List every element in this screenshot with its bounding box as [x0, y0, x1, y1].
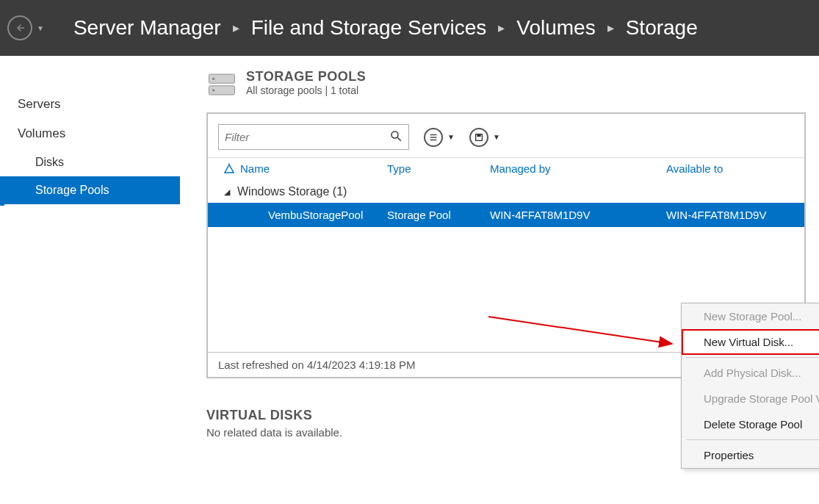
- back-button[interactable]: [7, 15, 32, 40]
- breadcrumb-item[interactable]: Storage: [626, 16, 698, 40]
- back-dropdown-icon[interactable]: ▼: [37, 24, 44, 32]
- column-name[interactable]: Name: [240, 162, 387, 175]
- svg-point-2: [212, 77, 215, 80]
- svg-point-4: [392, 132, 398, 138]
- svg-point-3: [212, 89, 215, 92]
- breadcrumb-item[interactable]: File and Storage Services: [251, 16, 487, 40]
- sidebar: Servers Volumes Disks Storage Pools: [0, 56, 180, 504]
- storage-pools-subtitle: All storage pools | 1 total: [246, 84, 366, 96]
- filter-box[interactable]: [218, 124, 409, 150]
- svg-line-5: [397, 137, 401, 141]
- ctx-properties[interactable]: Properties: [682, 442, 819, 468]
- breadcrumb: Server Manager ▸ File and Storage Servic…: [73, 16, 698, 40]
- group-label: Windows Storage (1): [237, 185, 347, 198]
- annotation-arrow: [488, 313, 679, 359]
- svg-rect-10: [477, 134, 480, 137]
- sidebar-item-volumes[interactable]: Volumes: [0, 119, 180, 148]
- chevron-down-icon[interactable]: ▼: [447, 133, 455, 141]
- warning-column-icon[interactable]: [218, 162, 240, 175]
- list-view-icon[interactable]: [424, 128, 443, 147]
- save-view-icon[interactable]: [469, 128, 488, 147]
- storage-pool-row[interactable]: VembuStoragePool Storage Pool WIN-4FFAT8…: [208, 203, 804, 227]
- column-available-to[interactable]: Available to: [666, 162, 791, 175]
- chevron-right-icon: ▸: [607, 20, 614, 36]
- breadcrumb-item[interactable]: Volumes: [516, 16, 595, 40]
- ctx-new-storage-pool[interactable]: New Storage Pool...: [682, 303, 819, 329]
- title-bar: ▼ Server Manager ▸ File and Storage Serv…: [0, 0, 819, 56]
- row-available-to: WIN-4FFAT8M1D9V: [666, 209, 791, 221]
- svg-line-13: [488, 317, 672, 344]
- virtual-disks-subtitle: No related data is available.: [206, 426, 342, 439]
- sidebar-item-servers[interactable]: Servers: [0, 90, 180, 119]
- chevron-right-icon: ▸: [498, 20, 505, 36]
- column-managed-by[interactable]: Managed by: [490, 162, 666, 175]
- search-icon[interactable]: [389, 129, 403, 145]
- collapse-icon[interactable]: ◢: [224, 187, 230, 197]
- group-row[interactable]: ◢ Windows Storage (1): [208, 181, 804, 203]
- menu-separator: [686, 357, 819, 358]
- context-menu: New Storage Pool... New Virtual Disk... …: [681, 303, 819, 469]
- row-name: VembuStoragePool: [240, 209, 387, 221]
- filter-input[interactable]: [225, 131, 389, 143]
- breadcrumb-item[interactable]: Server Manager: [73, 16, 221, 40]
- ctx-add-physical-disk[interactable]: Add Physical Disk...: [682, 360, 819, 386]
- virtual-disks-title: VIRTUAL DISKS: [206, 408, 342, 423]
- chevron-right-icon: ▸: [233, 20, 239, 36]
- row-type: Storage Pool: [387, 209, 490, 221]
- row-managed-by: WIN-4FFAT8M1D9V: [490, 209, 666, 221]
- ctx-delete-pool[interactable]: Delete Storage Pool: [682, 411, 819, 437]
- storage-pools-title: STORAGE POOLS: [246, 69, 366, 84]
- chevron-down-icon[interactable]: ▼: [493, 133, 500, 141]
- ctx-upgrade-version[interactable]: Upgrade Storage Pool Version: [682, 386, 819, 411]
- sidebar-item-disks[interactable]: Disks: [0, 148, 180, 176]
- column-type[interactable]: Type: [387, 162, 490, 175]
- menu-separator: [686, 439, 819, 440]
- sidebar-item-storage-pools[interactable]: Storage Pools: [0, 176, 180, 204]
- storage-pools-icon: [206, 69, 237, 102]
- ctx-new-virtual-disk[interactable]: New Virtual Disk...: [682, 329, 819, 355]
